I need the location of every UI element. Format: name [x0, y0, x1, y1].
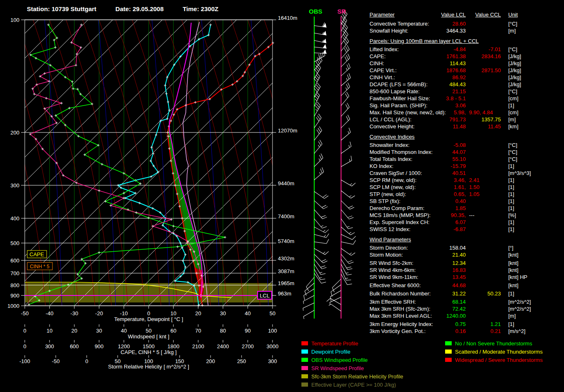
param-label: LCL / CCL (AGL): — [370, 116, 412, 123]
param-label: SR Wind Sfc-2km: — [370, 260, 413, 266]
param-value-ccl: 11.45 — [470, 123, 501, 130]
bottom-axes: -50-40-30-20-1001020304050Temperature, D… — [19, 306, 278, 370]
wind-barb — [337, 31, 349, 45]
wind-barb-flag — [351, 252, 355, 256]
wind-barb-shaft — [341, 234, 352, 240]
obs-windspeed-profile-line-marker — [98, 251, 100, 254]
wind-barb-halfflag — [324, 235, 325, 237]
dewpoint-profile-line-marker — [209, 24, 212, 26]
wind-barb — [314, 251, 327, 264]
obs-windspeed-profile-line-marker — [101, 163, 103, 165]
param-unit: [1] — [508, 226, 514, 232]
dewpoint-profile-line-marker — [164, 84, 166, 87]
obs-windspeed-profile-line-marker — [28, 303, 30, 306]
wind-barb-halfflag — [323, 229, 325, 232]
param-unit: [knt] HP — [508, 274, 527, 280]
param-unit: [°C] — [508, 46, 517, 52]
wind-barb-flag — [348, 142, 353, 146]
param-label: Snowfall Height: — [370, 28, 408, 34]
srh-axis-tick-label: -100 — [19, 358, 30, 364]
sr-windspeed-profile-line-marker — [98, 189, 100, 192]
cape-axis-tick-label: 2100 — [192, 343, 204, 349]
param-value-lcl: 1240.00 — [410, 313, 466, 319]
section-header: Wind Parameters — [370, 236, 411, 243]
dewpoint-profile-line-marker — [184, 266, 187, 268]
param-unit: [1] — [508, 191, 514, 197]
obs-windspeed-profile-line-marker — [104, 200, 107, 203]
param-value-lcl: 72.42 — [410, 306, 466, 312]
section-header: Parcels: Using 100mB mean layer LCL + CC… — [370, 38, 479, 44]
sr-windspeed-profile-line-marker — [170, 218, 173, 221]
dewpoint-profile-line-marker — [167, 101, 169, 103]
cape-axis-tick-label: 1200 — [118, 343, 130, 349]
height-axis-label: 3087m — [278, 268, 294, 274]
param-label: Total Totals Index: — [370, 156, 412, 162]
param-row: Max 3km SRH Level AGL:1240.00[m] — [369, 313, 563, 319]
param-row: Max 3km SRH (Sfc-2km):72.42[m^2/s^2] — [369, 306, 563, 312]
param-value-ccl: 9.90, 4.84 — [469, 109, 493, 116]
param-value-ccl: 1.21 — [470, 321, 501, 327]
temperature-axis-tick-label: 0 — [147, 310, 150, 316]
param-label: KO Index: — [370, 163, 393, 169]
param-unit: [1] — [508, 321, 514, 327]
wind-barb — [341, 187, 355, 199]
wind-barb-flag — [346, 279, 351, 282]
parameter-table: ParameterValue LCLValue CCLUnitConvectiv… — [369, 8, 563, 338]
param-value-lcl: 86.92 — [410, 74, 466, 80]
param-label: Storm Direction: — [370, 245, 408, 251]
pressure-axis-label: 200 — [10, 130, 19, 136]
wind-barb-shaft — [303, 310, 314, 316]
wind-barb-shaft — [303, 303, 314, 308]
wind-barb — [310, 102, 321, 116]
sounding-app: Station: 10739 Stuttgart Date: 29.05.200… — [0, 0, 564, 392]
obs-windspeed-profile-line-marker — [72, 87, 74, 90]
param-value-lcl: 11.48 — [410, 123, 466, 130]
pressure-axis-label: 700 — [10, 270, 19, 276]
param-value-lcl: 3.8 - 5.1 — [410, 95, 466, 102]
column-header-parameter: Parameter — [370, 12, 395, 18]
param-unit: [%] — [508, 212, 516, 218]
wind-barb-shaft — [332, 279, 341, 288]
wind-barb-flag — [351, 231, 355, 236]
wind-barb — [338, 103, 351, 116]
param-unit: [m^2/s^2] — [508, 299, 531, 305]
cape-axis-tick-label: 600 — [70, 343, 79, 349]
wind-barb — [341, 176, 355, 187]
obs-windspeed-profile-line-marker — [147, 217, 150, 219]
param-value-ccl: 2871.50 — [470, 67, 501, 73]
param-row: LCL / CCL (AGL):791.731357.75[m] — [369, 116, 563, 123]
param-value-ccl: 1.05 — [469, 191, 479, 197]
dry-adiabat-line — [132, 20, 194, 306]
cape-axis-tick-label: 3000 — [267, 343, 279, 349]
wind-barb — [338, 128, 352, 140]
srh-axis-tick-label: 250 — [237, 358, 246, 364]
param-value-lcl: 5.98, — [410, 109, 466, 116]
param-row: Showalter Index:-5.08[°C] — [369, 142, 563, 149]
wind-barb-shaft — [314, 273, 321, 283]
param-row: Convective Height:11.4811.45[km] — [369, 123, 563, 130]
param-value-lcl: 40.51 — [410, 170, 466, 176]
wind-barb — [338, 92, 350, 106]
wind-barb — [314, 29, 327, 35]
param-label: CINH Virt.: — [370, 74, 395, 80]
wind-barb — [337, 17, 348, 31]
param-row: Modified Thompson Index:44.07[°C] — [369, 149, 563, 156]
windspeed-axis-tick-label: 10 — [47, 328, 52, 334]
param-unit: [cm] — [508, 95, 519, 102]
obs-column-label: OBS — [309, 8, 322, 15]
param-label: 3km Effective SRH: — [370, 299, 416, 305]
wind-barb-pennant — [323, 44, 327, 48]
param-value-lcl: 68.14 — [410, 299, 466, 305]
param-row: 3km Vorticity Gen. Pot.:0.160.21[m/s^2] — [369, 328, 563, 335]
wind-barb-flag — [349, 156, 353, 161]
param-row: SCP RM (new, old):3.46,2.41[1] — [369, 177, 563, 184]
cape-axis-tick-label: 0 — [23, 343, 26, 349]
wind-barb — [311, 168, 325, 180]
pressure-axis-label: 300 — [10, 182, 19, 189]
wind-barb — [338, 83, 351, 96]
param-value-lcl: 3.06 — [410, 102, 466, 109]
param-value-ccl: 50.23 — [470, 290, 501, 297]
temperature-axis-tick-label: 40 — [245, 310, 251, 316]
windspeed-axis-title: Windspeed [ knt ] — [128, 333, 169, 340]
wind-barb — [339, 142, 353, 153]
